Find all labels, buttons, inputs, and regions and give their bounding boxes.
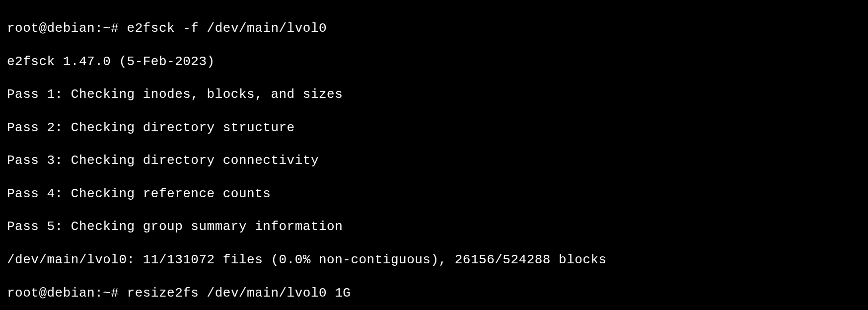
output-line: Pass 4: Checking reference counts <box>7 186 861 202</box>
output-line: /dev/main/lvol0: 11/131072 files (0.0% n… <box>7 252 861 268</box>
terminal-output[interactable]: root@debian:~# e2fsck -f /dev/main/lvol0… <box>7 4 861 310</box>
output-line: Pass 5: Checking group summary informati… <box>7 219 861 235</box>
command-text: resize2fs /dev/main/lvol0 1G <box>127 286 351 301</box>
output-line: Pass 1: Checking inodes, blocks, and siz… <box>7 86 861 103</box>
shell-prompt: root@debian:~# <box>7 21 127 36</box>
output-line: Pass 3: Checking directory connectivity <box>7 153 861 169</box>
output-line: Pass 2: Checking directory structure <box>7 120 861 136</box>
shell-prompt: root@debian:~# <box>7 286 127 301</box>
command-text: e2fsck -f /dev/main/lvol0 <box>127 21 327 36</box>
output-line: e2fsck 1.47.0 (5-Feb-2023) <box>7 54 861 70</box>
